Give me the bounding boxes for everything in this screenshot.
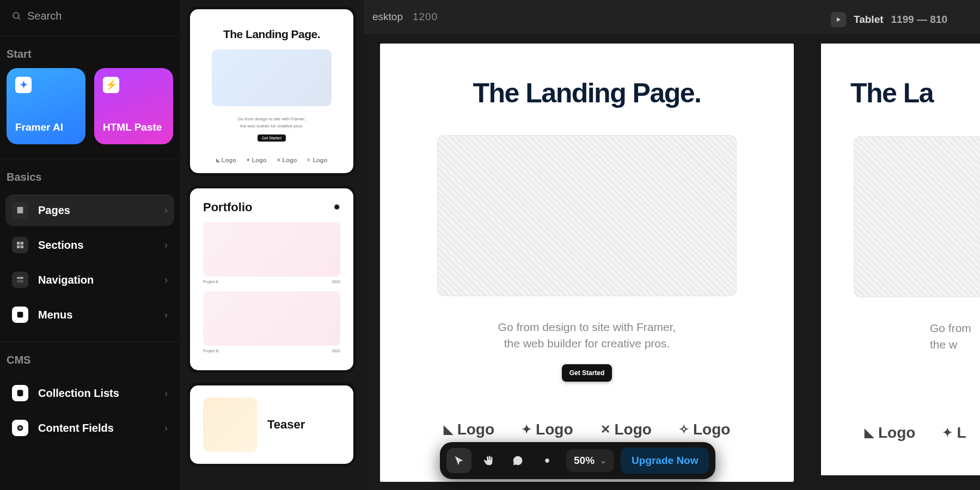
hero-image-placeholder [437,135,737,296]
logo-row: ◣Logo ✦Logo ✕Logo ✧Logo [380,421,794,438]
project-placeholder [203,222,340,277]
project-year: 2023 [332,280,340,284]
logo-row: ◣Logo ✦L [821,424,980,442]
theme-tool[interactable] [535,448,560,473]
logo-icon: ✕ [601,422,610,437]
get-started-button: Get Started [562,364,612,382]
sidebar-item-sections[interactable]: Sections › [5,229,174,261]
desktop-artboard[interactable]: The Landing Page. Go from design to site… [380,44,794,482]
zoom-selector[interactable]: 50% ⌄ [566,449,614,472]
project-placeholder [203,291,340,346]
page-subtitle: Go fromthe w [821,320,980,353]
menus-icon [12,307,28,323]
zoom-value: 50% [574,455,595,467]
section-title-start: Start [0,41,180,68]
comment-tool[interactable] [505,448,530,473]
device-width: 1200 [413,11,438,23]
sidebar-item-pages[interactable]: Pages › [5,194,174,226]
project-name: Project B [203,349,218,353]
search-placeholder: Search [27,10,62,22]
chevron-right-icon: › [164,240,168,251]
page-heading: The Landing Page. [380,77,794,109]
tool-dock: 50% ⌄ Upgrade Now [440,442,715,479]
divider [0,158,180,159]
divider [0,35,180,36]
template-landing-page[interactable]: The Landing Page. Go from design to site… [187,7,356,176]
sidebar-item-label: Pages [38,204,155,217]
logo-icon: ✦ [522,422,531,437]
sidebar-item-collection-lists[interactable]: Collection Lists › [5,377,174,409]
template-hero-placeholder [212,50,332,106]
chevron-right-icon: › [164,388,168,399]
template-title: Teaser [267,418,305,432]
svg-rect-13 [19,428,21,429]
sidebar-item-navigation[interactable]: Navigation › [5,264,174,296]
sparkle-icon: ✹ [333,202,340,212]
template-title: Portfolio [203,200,252,215]
teaser-block [203,397,258,452]
template-teaser[interactable]: Teaser [187,383,356,467]
chevron-right-icon: › [164,274,168,286]
canvas[interactable]: esktop 1200 Breakpoint + Tablet 1199 — 8… [364,0,980,490]
logo-icon: ◣ [865,426,874,440]
page-subtitle: Go from design to site with Framer,the w… [380,319,794,352]
sidebar-item-label: Navigation [38,274,155,286]
svg-rect-11 [17,425,23,431]
svg-rect-7 [17,277,23,279]
play-icon [831,12,846,27]
hero-image-placeholder [854,136,980,297]
device-label: esktop [372,11,403,23]
logo-icon: ✦ [246,157,250,163]
sidebar-item-menus[interactable]: Menus › [5,299,174,330]
left-sidebar: Search Start ✦ Framer AI ⚡ HTML Paste Ba… [0,0,180,490]
chevron-right-icon: › [164,309,168,321]
project-name: Project A [203,280,218,284]
template-title: The Landing Page. [203,28,340,41]
logo-icon: ◣ [216,157,220,163]
page-heading: The La [821,77,980,109]
chevron-right-icon: › [164,422,168,434]
select-tool[interactable] [446,448,471,473]
section-title-cms: CMS [0,347,180,374]
sections-icon [12,237,28,253]
plus-sparkle-icon: ✦ [15,77,32,93]
section-title-basics: Basics [0,164,180,191]
database-icon [12,385,28,401]
svg-line-1 [18,17,20,20]
search-input[interactable]: Search [0,2,180,33]
start-tile-html-paste[interactable]: ⚡ HTML Paste [94,68,173,144]
project-year: 2023 [332,349,340,353]
chevron-down-icon: ⌄ [600,456,607,465]
hand-tool[interactable] [476,448,501,473]
start-tile-framer-ai[interactable]: ✦ Framer AI [7,68,85,144]
svg-rect-8 [17,280,23,283]
svg-rect-2 [17,207,23,213]
navigation-icon [12,272,28,288]
svg-rect-4 [21,242,23,244]
tablet-artboard[interactable]: The La Go fromthe w ◣Logo ✦L [821,44,980,475]
svg-point-0 [13,13,19,19]
upgrade-button[interactable]: Upgrade Now [621,448,709,474]
svg-point-14 [545,458,549,462]
svg-rect-12 [19,427,21,427]
artboard-range: 1199 — 810 [891,14,948,26]
logo-icon: ✧ [307,157,311,163]
artboard-name: Tablet [854,14,884,26]
sidebar-item-content-fields[interactable]: Content Fields › [5,412,174,444]
template-logos: ◣Logo ✦Logo ✕Logo ✧Logo [203,157,340,163]
svg-rect-5 [17,246,20,248]
template-cta: Get Started [258,134,286,142]
page-icon [12,202,28,218]
logo-icon: ✦ [942,426,952,440]
template-portfolio[interactable]: Portfolio ✹ Project A2023 Project B2023 [187,186,356,373]
template-subtitle: Go from design to site with Framer,the w… [203,116,340,130]
sidebar-item-label: Sections [38,239,155,252]
divider [0,341,180,342]
bolt-icon: ⚡ [103,77,119,93]
start-tile-label: Framer AI [15,121,77,133]
logo-icon: ◣ [444,422,453,437]
chevron-right-icon: › [164,205,168,216]
templates-panel: The Landing Page. Go from design to site… [180,0,364,490]
tablet-artboard-header[interactable]: Tablet 1199 — 810 [820,9,980,30]
svg-rect-3 [17,242,20,244]
